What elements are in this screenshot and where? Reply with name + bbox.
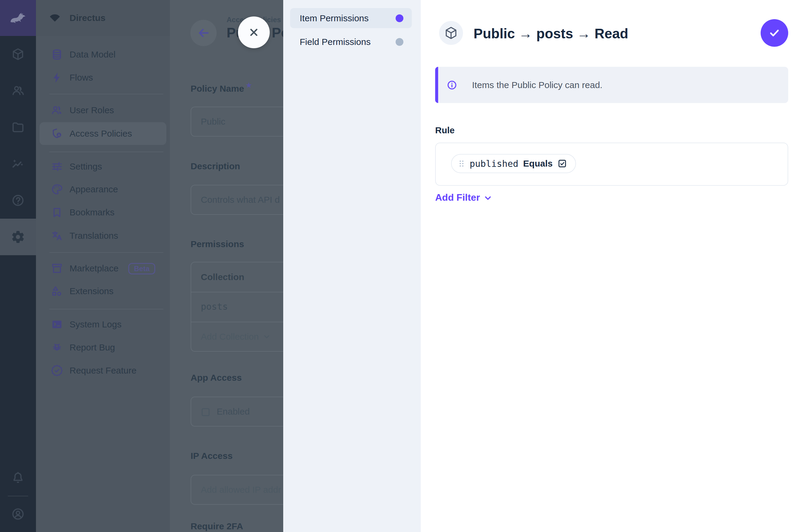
sidebar-item-data-model[interactable]: Data Model (36, 43, 170, 66)
check-icon (768, 26, 781, 40)
storefront-icon (51, 262, 63, 275)
collection-row[interactable]: posts (201, 292, 228, 322)
feature-icon (51, 364, 63, 377)
arrow-left-icon (197, 27, 210, 39)
module-insights-button[interactable] (0, 146, 36, 182)
inactive-dot (395, 38, 403, 46)
tab-field-permissions[interactable]: Field Permissions (290, 32, 412, 52)
beta-badge: Beta (128, 263, 155, 274)
account-button[interactable] (0, 496, 36, 532)
permissions-label: Permissions (191, 239, 244, 249)
app-root: Directus Data Model Flows User (0, 0, 796, 532)
box-icon (11, 47, 25, 61)
sidebar: Directus Data Model Flows User (36, 0, 170, 532)
ip-access-input[interactable]: Add allowed IP addr (191, 475, 283, 505)
module-settings-button[interactable] (0, 219, 36, 255)
notifications-button[interactable] (0, 459, 36, 496)
tune-icon (51, 160, 63, 173)
description-input[interactable]: Controls what API d (191, 185, 283, 215)
access-policies-icon (51, 127, 63, 140)
user-roles-icon (51, 104, 63, 116)
extensions-icon (51, 285, 63, 298)
rabbit-logo-icon (8, 8, 28, 28)
enabled-label: Enabled (217, 397, 249, 426)
sidebar-item-marketplace[interactable]: Marketplace Beta (36, 257, 170, 280)
project-fan-icon (48, 11, 62, 25)
sidebar-item-translations[interactable]: Translations (36, 224, 170, 247)
sidebar-divider (50, 152, 163, 152)
sidebar-item-system-logs[interactable]: System Logs (36, 313, 170, 336)
filter-pill[interactable]: published Equals (451, 154, 576, 173)
notice-text: Items the Public Policy can read. (472, 67, 603, 103)
description-label: Description (191, 161, 240, 171)
sidebar-item-settings[interactable]: Settings (36, 155, 170, 178)
sidebar-divider (50, 309, 163, 309)
back-button[interactable] (190, 20, 217, 46)
required-star-icon: ★ (246, 81, 252, 89)
policy-editor-page: Access Policies Public Po Policy Name★ P… (170, 0, 283, 532)
sidebar-item-request-feature[interactable]: Request Feature (36, 359, 170, 382)
info-notice: Items the Public Policy can read. (435, 67, 788, 103)
palette-icon (51, 183, 63, 196)
module-help-button[interactable] (0, 182, 36, 219)
tab-item-permissions[interactable]: Item Permissions (290, 8, 412, 28)
module-files-button[interactable] (0, 109, 36, 146)
module-users-button[interactable] (0, 73, 36, 109)
terminal-icon (51, 318, 63, 331)
active-dot (395, 14, 403, 22)
project-header[interactable]: Directus (36, 0, 170, 36)
add-filter-button[interactable]: Add Filter (435, 192, 493, 203)
item-permissions-drawer: Public → posts → Read Items the Public P… (421, 0, 796, 532)
sidebar-item-bookmarks[interactable]: Bookmarks (36, 201, 170, 224)
close-icon (247, 25, 261, 39)
sidebar-item-extensions[interactable]: Extensions (36, 280, 170, 303)
module-content-button[interactable] (0, 36, 36, 73)
notice-accent-bar (435, 67, 438, 103)
chevron-down-icon (483, 193, 493, 203)
insights-icon (11, 157, 25, 171)
translate-icon (51, 229, 63, 242)
save-button[interactable] (761, 19, 788, 47)
filter-operator[interactable]: Equals (523, 158, 553, 169)
help-icon (11, 193, 25, 207)
rule-filter-box: published Equals (435, 142, 788, 186)
filter-field[interactable]: published (470, 158, 518, 169)
sidebar-item-flows[interactable]: Flows (36, 66, 170, 89)
project-name: Directus (70, 0, 106, 36)
policy-name-label: Policy Name★ (191, 81, 252, 94)
drawer-icon-circle (439, 21, 463, 45)
gear-icon (11, 230, 25, 244)
collection-header: Collection (201, 262, 244, 292)
close-drawer-button[interactable] (238, 17, 270, 48)
bug-icon (51, 341, 63, 354)
directus-logo-button[interactable] (0, 0, 36, 36)
ip-access-label: IP Access (191, 451, 233, 461)
checkbox-checked-icon[interactable] (557, 159, 567, 168)
chevron-down-icon (262, 332, 271, 341)
info-icon (447, 80, 457, 91)
bookmark-icon (51, 206, 63, 219)
module-bar (0, 0, 36, 532)
rule-label: Rule (435, 125, 455, 135)
sidebar-item-appearance[interactable]: Appearance (36, 178, 170, 201)
sidebar-divider (50, 94, 163, 94)
user-circle-icon (11, 507, 25, 521)
require-2fa-label: Require 2FA (191, 521, 243, 531)
sidebar-divider (50, 252, 163, 253)
policy-name-input[interactable]: Public (191, 107, 283, 137)
cube-icon (444, 26, 458, 40)
users-icon (11, 84, 25, 98)
sidebar-item-access-policies[interactable]: Access Policies (40, 122, 166, 145)
checkbox-unchecked-icon[interactable] (201, 407, 211, 417)
sidebar-item-user-roles[interactable]: User Roles (36, 99, 170, 121)
permissions-nav-panel: Item Permissions Field Permissions (283, 0, 421, 532)
bell-icon (11, 471, 25, 485)
app-access-field: Enabled (191, 397, 283, 426)
drawer-title: Public → posts → Read (474, 25, 628, 42)
app-access-label: App Access (191, 373, 242, 383)
permissions-table: Collection posts Add Collection (191, 262, 283, 352)
drag-handle-icon[interactable] (457, 159, 466, 168)
sidebar-item-report-bug[interactable]: Report Bug (36, 336, 170, 359)
folder-icon (11, 120, 25, 134)
add-collection-button[interactable]: Add Collection (201, 322, 271, 352)
